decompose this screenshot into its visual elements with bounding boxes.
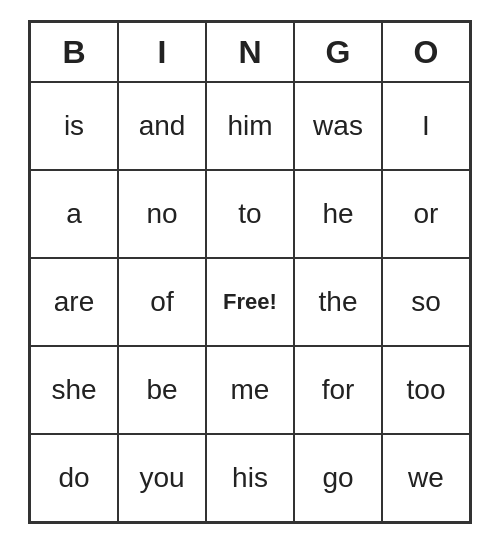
bingo-card: BINGO isandhimwasIanotoheorareofFree!the… [28,20,472,524]
bingo-cell-or[interactable]: or [382,170,470,258]
bingo-cell-was[interactable]: was [294,82,382,170]
header-row: BINGO [30,22,470,82]
bingo-cell-do[interactable]: do [30,434,118,522]
bingo-cell-be[interactable]: be [118,346,206,434]
bingo-cell-for[interactable]: for [294,346,382,434]
bingo-cell-no[interactable]: no [118,170,206,258]
bingo-cell-too[interactable]: too [382,346,470,434]
bingo-cell-me[interactable]: me [206,346,294,434]
bingo-cell-she[interactable]: she [30,346,118,434]
header-cell-o: O [382,22,470,82]
header-cell-i: I [118,22,206,82]
bingo-cell-you[interactable]: you [118,434,206,522]
bingo-cell-his[interactable]: his [206,434,294,522]
bingo-cell-a[interactable]: a [30,170,118,258]
bingo-row-2: areofFree!theso [30,258,470,346]
bingo-cell-of[interactable]: of [118,258,206,346]
bingo-row-3: shebemefortoo [30,346,470,434]
bingo-cell-go[interactable]: go [294,434,382,522]
bingo-cell-so[interactable]: so [382,258,470,346]
header-cell-g: G [294,22,382,82]
bingo-row-1: anotoheor [30,170,470,258]
bingo-row-4: doyouhisgowe [30,434,470,522]
bingo-cell-he[interactable]: he [294,170,382,258]
bingo-cell-we[interactable]: we [382,434,470,522]
free-space[interactable]: Free! [206,258,294,346]
bingo-cell-him[interactable]: him [206,82,294,170]
bingo-cell-the[interactable]: the [294,258,382,346]
bingo-cell-are[interactable]: are [30,258,118,346]
header-cell-n: N [206,22,294,82]
bingo-cell-to[interactable]: to [206,170,294,258]
bingo-cell-I[interactable]: I [382,82,470,170]
bingo-row-0: isandhimwasI [30,82,470,170]
header-cell-b: B [30,22,118,82]
bingo-cell-is[interactable]: is [30,82,118,170]
bingo-cell-and[interactable]: and [118,82,206,170]
